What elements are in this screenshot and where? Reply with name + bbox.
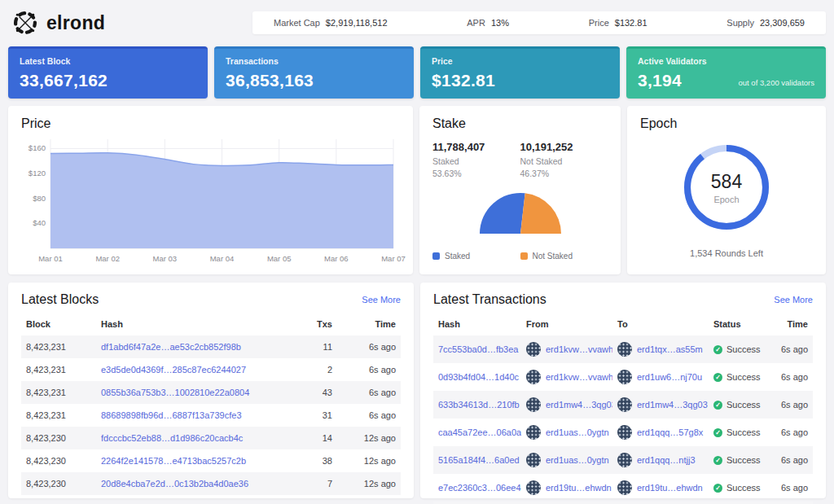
block-row: 8,423,231e3d5de0d4369f…285c87ec624402726… xyxy=(21,358,401,381)
to-cell: erd19tu…ehwdn xyxy=(612,474,709,502)
block-hash-link[interactable]: 88689898fb96d…6887f13a739cfe3 xyxy=(101,410,242,420)
block-time: 6s ago xyxy=(337,404,401,427)
from-address-link[interactable]: erd1kvw…vvawh xyxy=(546,372,612,382)
block-row: 8,423,2302264f2e141578…e4713bac5257c2b38… xyxy=(21,449,401,472)
to-cell: erd1uw6…nj70u xyxy=(612,363,709,391)
from-address: erd1uas…0ygtn xyxy=(526,425,608,440)
to-address-link[interactable]: erd1tqx…as55m xyxy=(637,344,703,354)
to-address-link[interactable]: erd1qqq…ntjj3 xyxy=(637,455,696,465)
from-address-link[interactable]: erd1kvw…vvawh xyxy=(546,344,612,354)
status-badge: ✓Success xyxy=(713,483,767,493)
network-stat-value: $132.81 xyxy=(615,18,647,28)
tx-hash-link[interactable]: caa45a72ee…06a0a xyxy=(438,427,521,437)
block-row: 8,423,2310855b36a753b3…1002810e22a080443… xyxy=(21,381,401,404)
charts-row: Price $160$120$80$40Mar 01Mar 02Mar 03Ma… xyxy=(8,106,826,274)
topbar: elrond Market Cap$2,919,118,512APR13%Pri… xyxy=(8,5,826,41)
to-address: erd1mw4…3qg03 xyxy=(617,397,704,412)
status-badge: ✓Success xyxy=(713,427,767,437)
status-badge: ✓Success xyxy=(713,344,767,354)
column-header-from: From xyxy=(521,313,612,335)
block-hash-link[interactable]: df1abd6f47a2e…ae53c2cb852f98b xyxy=(101,342,241,352)
to-cell: erd1mw4…3qg03 xyxy=(612,391,709,419)
stat-card-label: Price xyxy=(432,56,608,66)
block-row: 8,423,23020d8e4cba7e2d…0c13b2ba4d0ae3671… xyxy=(21,472,401,495)
tx-hash-link[interactable]: e7ec2360c3…06ee4 xyxy=(438,483,521,493)
identicon-avatar xyxy=(526,370,541,384)
status-badge: ✓Success xyxy=(713,400,767,410)
tx-hash-link[interactable]: 0d93b4fd04…1d40c xyxy=(438,372,519,382)
latest-blocks-table: BlockHashTxsTime 8,423,231df1abd6f47a2e…… xyxy=(21,313,401,495)
transaction-row: 7cc553ba0d…fb3eaerd1kvw…vvawherd1tqx…as5… xyxy=(433,335,813,363)
block-txs: 2 xyxy=(290,358,337,381)
network-stat-value: 23,309,659 xyxy=(760,18,805,28)
stat-card-label: Latest Block xyxy=(20,56,196,66)
to-address-link[interactable]: erd1uw6…nj70u xyxy=(637,372,702,382)
from-address-link[interactable]: erd1uas…0ygtn xyxy=(546,427,609,437)
svg-text:Mar 01: Mar 01 xyxy=(38,254,63,263)
tx-hash-cell: 7cc553ba0d…fb3ea xyxy=(433,335,521,363)
tx-time: 6s ago xyxy=(772,446,813,474)
from-address: erd1mw4…3qg03 xyxy=(526,397,608,412)
block-hash-link[interactable]: e3d5de0d4369f…285c87ec6244027 xyxy=(101,365,246,375)
tx-hash-link[interactable]: 7cc553ba0d…fb3ea xyxy=(438,344,518,354)
stat-card-price: Price $132.81 xyxy=(420,46,620,99)
stake-card: Stake 11,788,407 Staked 53.63% 10,191,25… xyxy=(419,106,621,274)
latest-transactions-title: Latest Transactions xyxy=(433,292,546,307)
tx-status-cell: ✓Success xyxy=(709,363,772,391)
tx-hash-link[interactable]: 5165a184f4…6a0ed xyxy=(438,455,520,465)
dashboard-page: elrond Market Cap$2,919,118,512APR13%Pri… xyxy=(0,0,834,504)
svg-text:Mar 07: Mar 07 xyxy=(381,254,406,263)
block-height: 8,423,230 xyxy=(21,449,96,472)
legend-item-not-staked: Not Staked xyxy=(520,252,608,261)
from-cell: erd1kvw…vvawh xyxy=(521,363,612,391)
tx-hash-link[interactable]: 633b34613d…210fb xyxy=(438,400,520,410)
rounds-left-text: 1,534 Rounds Left xyxy=(640,248,813,258)
network-stat-label: Market Cap xyxy=(274,18,320,28)
price-chart-card: Price $160$120$80$40Mar 01Mar 02Mar 03Ma… xyxy=(8,106,413,274)
from-cell: erd19tu…ehwdn xyxy=(521,474,612,502)
stat-card-value: $132.81 xyxy=(432,71,608,90)
to-address-link[interactable]: erd1mw4…3qg03 xyxy=(637,400,708,410)
staked-label: Staked xyxy=(432,156,520,166)
latest-blocks-title: Latest Blocks xyxy=(21,292,99,307)
block-hash-link[interactable]: 0855b36a753b3…1002810e22a0804 xyxy=(101,388,249,397)
from-address: erd19tu…ehwdn xyxy=(526,480,608,495)
stat-card-active-validators: Active Validators 3,194 out of 3,200 val… xyxy=(626,46,826,99)
column-header-hash: Hash xyxy=(433,313,521,335)
success-check-icon: ✓ xyxy=(713,345,722,354)
epoch-card: Epoch 584 Epoch 1,534 Rounds Left xyxy=(627,106,826,274)
from-address-link[interactable]: erd1mw4…3qg03 xyxy=(546,400,612,410)
brand-logo[interactable]: elrond xyxy=(8,9,105,37)
block-hash-link[interactable]: 2264f2e141578…e4713bac5257c2b xyxy=(101,456,246,466)
to-address-link[interactable]: erd19tu…ehwdn xyxy=(637,483,703,493)
see-more-blocks-link[interactable]: See More xyxy=(362,295,401,305)
stat-cards-row: Latest Block 33,667,162 Transactions 36,… xyxy=(8,46,826,99)
see-more-transactions-link[interactable]: See More xyxy=(774,295,813,305)
success-check-icon: ✓ xyxy=(713,373,722,382)
tx-status-cell: ✓Success xyxy=(709,335,772,363)
tx-hash-cell: 5165a184f4…6a0ed xyxy=(433,446,521,474)
block-time: 12s ago xyxy=(337,427,401,449)
from-address-link[interactable]: erd1uas…0ygtn xyxy=(546,455,609,465)
block-time: 12s ago xyxy=(337,472,401,495)
column-header-time: Time xyxy=(337,313,401,335)
identicon-avatar xyxy=(617,453,632,467)
legend-label: Not Staked xyxy=(533,252,573,261)
staked-stat: 11,788,407 Staked 53.63% xyxy=(432,141,520,178)
transaction-row: 0d93b4fd04…1d40cerd1kvw…vvawherd1uw6…nj7… xyxy=(433,363,813,391)
status-label: Success xyxy=(726,427,761,437)
to-address-link[interactable]: erd1qqq…57g8x xyxy=(637,427,703,437)
block-height: 8,423,230 xyxy=(21,427,96,449)
status-label: Success xyxy=(726,372,761,382)
block-txs: 31 xyxy=(290,404,337,427)
from-address-link[interactable]: erd19tu…ehwdn xyxy=(546,483,612,493)
block-hash-link[interactable]: fdcccbc52eb88…d1d986c20cacb4c xyxy=(101,433,243,443)
transaction-row: 633b34613d…210fberd1mw4…3qg03erd1mw4…3qg… xyxy=(433,391,813,419)
tables-row: Latest Blocks See More BlockHashTxsTime … xyxy=(8,283,826,498)
epoch-label: Epoch xyxy=(713,195,739,204)
block-hash-link[interactable]: 20d8e4cba7e2d…0c13b2ba4d0ae36 xyxy=(101,479,248,489)
stat-card-value: 33,667,162 xyxy=(20,71,196,90)
svg-text:$80: $80 xyxy=(33,194,46,203)
not-staked-value: 10,191,252 xyxy=(520,141,608,153)
identicon-avatar xyxy=(617,342,632,357)
